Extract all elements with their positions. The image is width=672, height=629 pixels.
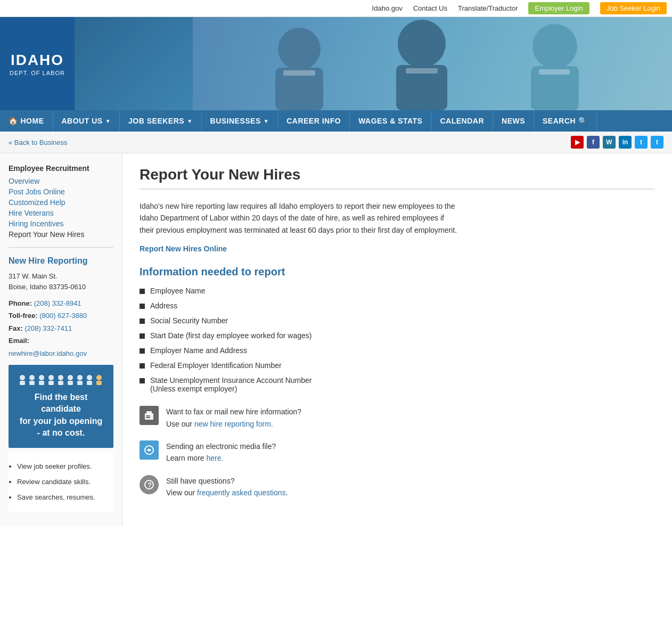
sidebar-link-post-jobs[interactable]: Post Jobs Online [9,187,65,196]
dropdown-arrow-about: ▼ [105,118,111,124]
svg-point-22 [77,375,83,380]
nav-wages-stats[interactable]: WAGES & STATS [350,110,431,132]
page-title: Report Your New Hires [140,166,655,190]
sidebar: Employee Recruitment Overview Post Jobs … [0,153,122,526]
nav-businesses[interactable]: BUSINESSES ▼ [202,110,278,132]
nav-home[interactable]: 🏠 HOME [0,110,53,132]
info-blocks: Want to fax or mail new hire information… [140,406,655,499]
svg-point-20 [68,375,73,380]
fax-link[interactable]: (208) 332-7411 [24,324,72,332]
page-container: Employee Recruitment Overview Post Jobs … [0,153,672,526]
svg-point-18 [58,375,63,380]
svg-rect-29 [146,411,152,415]
info-section-title: Information needed to report [140,266,655,278]
nav-career-info[interactable]: CAREER INFO [278,110,350,132]
sidebar-link-customized-help[interactable]: Customized Help [9,198,65,207]
svg-rect-8 [406,68,438,73]
bullet-icon [140,348,145,354]
svg-point-24 [87,375,92,380]
promo-list: View job seeker profiles. Review candida… [9,452,113,512]
list-item: Federal Employer Identification Number [140,361,655,370]
svg-point-14 [39,375,44,380]
youtube-icon[interactable]: ▶ [571,136,584,149]
sidebar-section-title: Employee Recruitment [9,164,113,173]
list-item: Hire Veterans [9,209,113,217]
nav-job-seekers[interactable]: JOB SEEKERS ▼ [120,110,202,132]
bullet-icon [140,289,145,294]
main-navigation: 🏠 HOME ABOUT US ▼ JOB SEEKERS ▼ BUSINESS… [0,110,672,132]
sidebar-link-overview[interactable]: Overview [9,177,39,185]
promo-title: Find the best candidate for your job ope… [17,391,105,439]
question-icon: ? [140,475,159,494]
nav-news[interactable]: NEWS [493,110,534,132]
hero-svg [193,17,672,110]
info-block-media-text: Sending an electronic media file? Learn … [166,440,276,464]
bullet-icon [140,318,145,324]
info-block-questions-text: Still have questions? View our frequentl… [166,475,288,499]
facebook-icon[interactable]: f [587,136,600,149]
email-link[interactable]: newhire@labor.idaho.gov [9,349,87,357]
list-item: Social Security Number [140,316,655,325]
sidebar-active-item: Report Your New Hires [9,230,84,239]
jobseeker-login-button[interactable]: Job Seeker Login [600,2,667,14]
list-item: Save searches, resumes. [17,489,105,505]
search-icon: 🔍 [578,117,588,125]
breadcrumb-bar: « Back to Business ▶ f W in t t [0,132,672,153]
report-new-hires-online-link[interactable]: Report New Hires Online [140,244,227,253]
svg-rect-11 [20,381,25,385]
hero-image [193,17,672,110]
promo-icons-svg [17,373,105,386]
svg-point-26 [96,375,102,380]
svg-rect-19 [58,381,63,385]
sidebar-link-hire-veterans[interactable]: Hire Veterans [9,209,54,217]
svg-rect-23 [77,381,83,385]
svg-point-5 [532,24,577,69]
svg-point-16 [48,375,54,380]
svg-rect-15 [39,381,44,385]
tollfree-link[interactable]: (800) 627-3880 [39,312,87,320]
svg-point-10 [20,375,25,380]
svg-point-3 [398,20,446,68]
nav-about-us[interactable]: ABOUT US ▼ [53,110,120,132]
home-icon: 🏠 [9,117,18,125]
bullet-icon [140,378,145,383]
back-to-business-link[interactable]: « Back to Business [9,138,68,146]
list-item: Hiring Incentives [9,219,113,228]
sidebar-links: Overview Post Jobs Online Customized Hel… [9,177,113,239]
twitter-icon-1[interactable]: t [635,136,648,149]
sidebar-divider [9,247,113,248]
list-item: Review candidate skills. [17,474,105,489]
info-list: Employee Name Address Social Security Nu… [140,287,655,393]
main-content: Report Your New Hires Idaho's new hire r… [122,153,672,526]
wordpress-icon[interactable]: W [603,136,616,149]
svg-point-12 [29,375,35,380]
nav-calendar[interactable]: CALENDAR [431,110,493,132]
list-item: Overview [9,177,113,185]
intro-text: Idaho's new hire reporting law requires … [140,200,459,236]
info-block-fax: Want to fax or mail new hire information… [140,406,655,430]
phone-link[interactable]: (208) 332-8941 [34,299,81,307]
list-item: Employee Name [140,287,655,295]
sidebar-address: 317 W. Main St. Boise, Idaho 83735-0610 [9,271,113,292]
svg-rect-31 [146,417,150,418]
list-item: Report Your New Hires [9,230,113,239]
linkedin-icon[interactable]: in [619,136,632,149]
svg-rect-17 [48,381,54,385]
top-bar: Idaho.gov Contact Us Translate/Traductor… [0,0,672,17]
employer-login-button[interactable]: Employer Login [528,2,589,14]
svg-rect-27 [96,381,102,385]
list-item: Post Jobs Online [9,187,113,196]
svg-text:?: ? [147,481,152,489]
contact-us-link[interactable]: Contact Us [413,4,447,12]
new-hire-form-link[interactable]: new hire reporting form. [194,420,273,428]
info-block-media: Sending an electronic media file? Learn … [140,440,655,464]
nav-search[interactable]: SEARCH 🔍 [534,110,597,132]
twitter-icon-2[interactable]: t [651,136,663,149]
idaho-gov-link[interactable]: Idaho.gov [372,4,403,12]
sidebar-link-hiring-incentives[interactable]: Hiring Incentives [9,219,64,228]
hero-banner: IDAHO DEPT. OF LABOR [0,17,672,110]
learn-more-here-link[interactable]: here. [206,454,223,462]
faq-link[interactable]: frequently asked questions [197,488,286,497]
svg-rect-30 [146,415,150,416]
translate-link[interactable]: Translate/Traductor [458,4,518,12]
